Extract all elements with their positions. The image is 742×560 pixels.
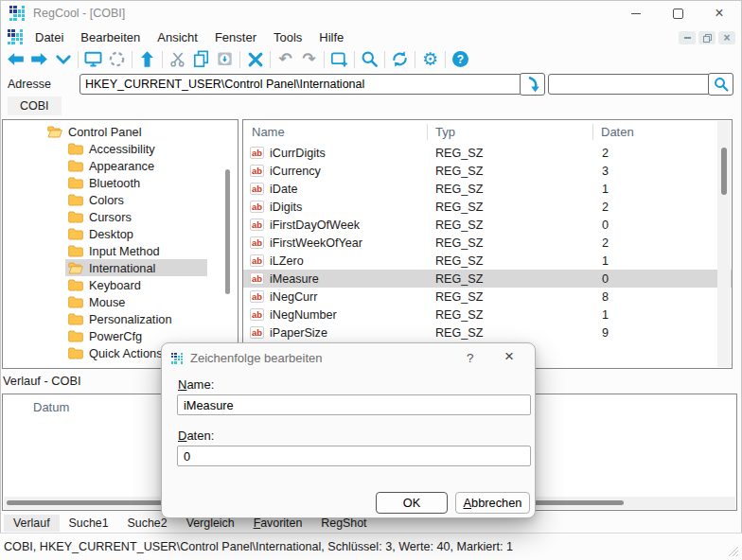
- edit-string-dialog: Zeichenfolge bearbeiten ? × Name: Daten:…: [161, 342, 536, 518]
- resize-grip[interactable]: [728, 546, 739, 557]
- toolbar-remote-refresh-button[interactable]: [105, 48, 129, 71]
- tree-item-input-method[interactable]: Input Method: [3, 242, 238, 259]
- history-column-datum[interactable]: Datum: [33, 400, 69, 414]
- document-logo-icon: [8, 29, 23, 44]
- tree-item-appearance[interactable]: Appearance: [3, 157, 238, 174]
- mdi-restore-icon: [703, 34, 712, 43]
- tree-item-personalization[interactable]: Personalization: [3, 310, 238, 327]
- menu-datei[interactable]: Datei: [26, 28, 72, 46]
- value-row-ipapersize[interactable]: abiPaperSizeREG_SZ9: [243, 324, 732, 341]
- daten-input[interactable]: [177, 446, 531, 466]
- tree-item-label: Keyboard: [89, 278, 141, 292]
- cancel-button[interactable]: Abbrechen: [455, 492, 530, 514]
- toolbar-settings-button[interactable]: ⚙: [418, 48, 442, 71]
- tree-scrollbar-thumb[interactable]: [225, 169, 230, 294]
- menu-ansicht[interactable]: Ansicht: [149, 28, 206, 46]
- value-name: iLZero: [270, 254, 304, 268]
- list-scrollbar-thumb[interactable]: [721, 148, 727, 195]
- tree-item-label: Control Panel: [68, 125, 142, 139]
- remote-refresh-icon: [107, 49, 127, 69]
- search-button[interactable]: [708, 73, 733, 96]
- tree-item-control-panel[interactable]: Control Panel: [3, 123, 238, 140]
- value-row-inegnumber[interactable]: abiNegNumberREG_SZ1: [243, 306, 732, 324]
- toolbar-cut-button[interactable]: [166, 48, 189, 71]
- value-data: 2: [592, 147, 732, 160]
- bottom-tab-suche1[interactable]: Suche1: [60, 515, 118, 532]
- tree-item-cursors[interactable]: Cursors: [3, 208, 238, 225]
- redo-icon: ↷: [302, 51, 315, 67]
- folder-icon: [68, 313, 83, 325]
- menu-tools[interactable]: Tools: [265, 28, 310, 46]
- toolbar-back-button[interactable]: [4, 48, 27, 71]
- bottom-tab-verlauf[interactable]: Verlauf: [4, 515, 60, 532]
- dialog-close-icon[interactable]: ×: [504, 347, 514, 366]
- value-row-icurrency[interactable]: abiCurrencyREG_SZ3: [243, 162, 732, 180]
- menu-fenster[interactable]: Fenster: [206, 28, 265, 46]
- toolbar-new-key-button[interactable]: [327, 48, 351, 71]
- dialog-help-button[interactable]: ?: [467, 351, 474, 365]
- toolbar-sync-button[interactable]: [388, 48, 412, 71]
- column-header-name[interactable]: Name: [243, 125, 427, 139]
- toolbar-separator: [132, 51, 132, 68]
- tree-item-colors[interactable]: Colors: [3, 191, 238, 208]
- toolbar-help-button[interactable]: ?: [449, 48, 472, 71]
- tab-cobi[interactable]: COBI: [8, 96, 62, 115]
- toolbar-up-button[interactable]: [135, 48, 159, 71]
- value-row-ifirstdayofweek[interactable]: abiFirstDayOfWeekREG_SZ0: [243, 216, 732, 234]
- toolbar-delete-button[interactable]: [243, 48, 267, 71]
- value-type: REG_SZ: [427, 147, 592, 160]
- tree-item-label: Cursors: [89, 210, 132, 224]
- menu-bearbeiten[interactable]: Bearbeiten: [72, 28, 149, 46]
- value-row-imeasure[interactable]: abiMeasureREG_SZ0: [243, 270, 732, 288]
- list-scrollbar[interactable]: [717, 121, 731, 367]
- value-row-ifirstweekofyear[interactable]: abiFirstWeekOfYearREG_SZ2: [243, 234, 732, 252]
- tree-item-international[interactable]: International: [3, 259, 238, 276]
- name-input[interactable]: [177, 394, 531, 415]
- toolbar-undo-button[interactable]: ↶: [274, 48, 297, 71]
- tree-item-desktop[interactable]: Desktop: [3, 225, 238, 242]
- go-button[interactable]: [520, 73, 545, 96]
- toolbar-forward-button[interactable]: [27, 48, 51, 71]
- value-row-inegcurr[interactable]: abiNegCurrREG_SZ8: [243, 288, 732, 306]
- toolbar-chevron-down-button[interactable]: [51, 48, 75, 71]
- folder-icon: [68, 245, 83, 257]
- mdi-minimize-button[interactable]: [679, 31, 696, 44]
- window-maximize-button[interactable]: [657, 0, 698, 26]
- new-key-icon: [329, 49, 349, 69]
- toolbar-search-button[interactable]: [358, 48, 381, 71]
- tree-item-label: Bluetooth: [89, 176, 140, 190]
- tree-item-mouse[interactable]: Mouse: [3, 293, 238, 310]
- value-row-icurrdigits[interactable]: abiCurrDigitsREG_SZ2: [243, 144, 732, 162]
- delete-icon: [246, 50, 265, 69]
- menu-bar-items: DateiBearbeitenAnsichtFensterToolsHilfe: [26, 28, 352, 46]
- window-close-button[interactable]: ×: [698, 0, 740, 26]
- column-header-typ[interactable]: Typ: [427, 125, 592, 139]
- back-icon: [6, 49, 26, 69]
- column-header-daten[interactable]: Daten: [592, 125, 732, 139]
- tree-item-bluetooth[interactable]: Bluetooth: [3, 174, 238, 191]
- cut-icon: [168, 50, 187, 69]
- quick-filter-input[interactable]: [548, 74, 713, 95]
- mdi-close-button[interactable]: ×: [718, 31, 735, 44]
- mdi-restore-button[interactable]: [698, 31, 716, 44]
- toolbar-redo-button[interactable]: ↷: [297, 48, 321, 71]
- toolbar-paste-button[interactable]: [213, 48, 237, 71]
- toolbar-copy-button[interactable]: [189, 48, 213, 71]
- menu-hilfe[interactable]: Hilfe: [310, 28, 352, 46]
- value-row-idigits[interactable]: abiDigitsREG_SZ2: [243, 198, 732, 216]
- window-minimize-button[interactable]: [615, 0, 657, 26]
- address-bar: Adresse: [0, 73, 742, 97]
- toolbar-computer-button[interactable]: [81, 48, 105, 71]
- ok-button[interactable]: OK: [376, 492, 448, 514]
- name-label: Name:: [178, 377, 214, 392]
- value-row-idate[interactable]: abiDateREG_SZ1: [243, 180, 732, 198]
- value-data: 1: [592, 254, 732, 268]
- tree-item-accessibility[interactable]: Accessibility: [3, 140, 238, 157]
- toolbar-separator: [162, 51, 163, 68]
- value-data: 9: [592, 326, 732, 340]
- folder-icon: [68, 296, 83, 308]
- value-name: iPaperSize: [270, 326, 327, 340]
- address-input[interactable]: [80, 74, 522, 95]
- value-row-ilzero[interactable]: abiLZeroREG_SZ1: [243, 252, 732, 270]
- tree-item-keyboard[interactable]: Keyboard: [3, 276, 238, 293]
